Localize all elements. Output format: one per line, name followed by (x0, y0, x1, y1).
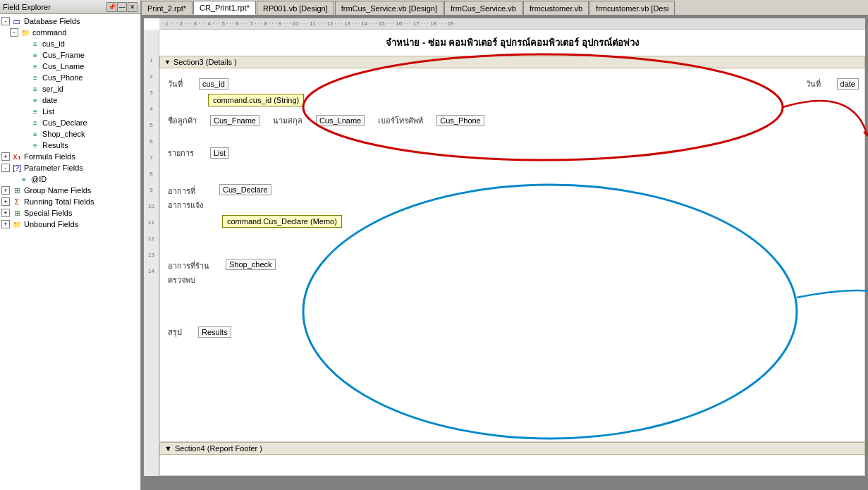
data-results[interactable]: Results (198, 326, 231, 338)
section4-body (159, 455, 865, 476)
tree-item-ser-id[interactable]: ≡ ser_id (0, 83, 140, 94)
tree-label-at-id: @ID (31, 175, 47, 183)
report-title-area: จำหน่าย - ซ่อม คอมพิวเตอร์ อุปกรณ์คอมพิว… (159, 30, 865, 56)
tab-frmcustomer[interactable]: frmcustomer.vb (523, 1, 589, 15)
data-cus-fname[interactable]: Cus_Fname (210, 115, 259, 126)
tree-expand-unbound[interactable]: + (1, 220, 10, 228)
tree-item-running-total-fields[interactable]: + Σ Running Total Fields (0, 196, 140, 207)
field-icon-cus-phone: ≡ (30, 73, 41, 82)
tree-label-ser-id: ser_id (42, 85, 63, 93)
tree-item-formula-fields[interactable]: + x₁ Formula Fields (0, 151, 140, 162)
row-customer-info: ชื่อลูกค้า Cus_Fname นามสกุล Cus_Lname เ… (166, 109, 859, 132)
tree-item-list[interactable]: ≡ List (0, 106, 140, 117)
field-icon-cus-lname: ≡ (30, 61, 41, 71)
tree-item-results[interactable]: ≡ Results (0, 140, 140, 151)
panel-close-button[interactable]: ✕ (128, 2, 137, 12)
tab-rp001[interactable]: RP001.vb [Design] (257, 1, 334, 15)
tree-label-cus-id: cus_id (42, 39, 65, 48)
tree-item-database-fields[interactable]: - 🗃 Database Fields (0, 16, 140, 27)
tree-label-formula: Formula Fields (24, 152, 75, 161)
tree-item-at-id[interactable]: ≡ @ID (0, 173, 140, 185)
data-shop-check[interactable]: Shop_check (226, 259, 276, 270)
report-title: จำหน่าย - ซ่อม คอมพิวเตอร์ อุปกรณ์คอมพิว… (159, 30, 865, 56)
tree-label-cus-fname: Cus_Fname (42, 51, 85, 59)
section3-container: 1 2 3 4 5 6 7 8 9 10 11 12 13 14 (144, 56, 865, 476)
group-icon: ⊞ (11, 185, 23, 195)
tab-frmcustomer-desi[interactable]: frmcustomer.vb [Desi (589, 1, 675, 15)
tree-label-unbound: Unbound Fields (24, 220, 78, 228)
tree-item-date[interactable]: ≡ date (0, 94, 140, 106)
tab-frmcus-service[interactable]: frmCus_Service.vb (444, 1, 522, 15)
field-icon-cus-declare: ≡ (30, 118, 41, 128)
special-icon: ⊞ (11, 208, 23, 218)
tree-item-parameter-fields[interactable]: - [?] Parameter Fields (0, 162, 140, 173)
section3-content: วันที่ cus_id วันที่ date command.cus_id… (159, 68, 865, 442)
tree-expand-group[interactable]: + (1, 186, 10, 195)
panel-title: Field Explorer (3, 3, 51, 11)
label-wantee1: วันที่ (166, 77, 185, 91)
tree-item-cus-lname[interactable]: ≡ Cus_Lname (0, 61, 140, 72)
tree-label-cus-declare: Cus_Declare (42, 118, 87, 127)
formula-icon: x₁ (11, 152, 23, 161)
tree-label-shop-check: Shop_check (42, 130, 85, 138)
field-tree: - 🗃 Database Fields - 📁 command ≡ cus_id… (0, 14, 140, 490)
tree-expand-running[interactable]: + (1, 197, 10, 206)
label-beur-thorasap: เบอร์โทรศัพท์ (376, 114, 425, 128)
tree-expand-database[interactable]: - (1, 17, 10, 25)
designer-area: · 1 · · · 2 · · · 3 · · · 4 · · · 5 · · … (141, 16, 868, 490)
tooltip-cus-declare: command.Cus_Declare (Memo) (222, 215, 859, 228)
tree-item-shop-check[interactable]: ≡ Shop_check (0, 128, 140, 140)
tree-item-cus-id[interactable]: ≡ cus_id (0, 38, 140, 49)
field-icon-date: ≡ (30, 95, 41, 105)
tab-frmcus-service-design[interactable]: frmCus_Service.vb [Design] (335, 1, 444, 15)
tree-item-cus-fname[interactable]: ≡ Cus_Fname (0, 49, 140, 61)
ruler-vertical-s3: 1 2 3 4 5 6 7 8 9 10 11 12 13 14 (144, 56, 159, 476)
unbound-icon: 📁 (11, 219, 23, 229)
tree-item-special-fields[interactable]: + ⊞ Special Fields (0, 207, 140, 219)
tree-item-cus-phone[interactable]: ≡ Cus_Phone (0, 72, 140, 83)
section4-arrow: ▼ (164, 444, 172, 453)
field-icon-shop-check: ≡ (30, 129, 41, 139)
tree-item-group-name-fields[interactable]: + ⊞ Group Name Fields (0, 185, 140, 196)
data-cus-phone[interactable]: Cus_Phone (436, 115, 484, 126)
ruler-vertical-title (144, 30, 159, 56)
row-shop-check: อาการที่ร้าน ตรวจพบ Shop_check (166, 231, 859, 290)
tooltip-cus-id: command.cus_id (String) (208, 94, 859, 106)
tree-label-group-name: Group Name Fields (24, 186, 91, 195)
parameter-icon: [?] (11, 163, 23, 173)
panel-pin-button[interactable]: 📌 (106, 2, 116, 12)
tree-item-unbound-fields[interactable]: + 📁 Unbound Fields (0, 219, 140, 230)
label-wantee2: วันที่ (804, 77, 823, 91)
section3-arrow: ▼ (164, 59, 171, 66)
label-arkan: อาการที่ อาการแจ้ง (166, 184, 205, 212)
label-chue-lukka: ชื่อลูกค้า (166, 114, 199, 128)
field-icon-at-id: ≡ (18, 174, 30, 184)
tree-label-cus-phone: Cus_Phone (42, 73, 83, 82)
data-cus-id[interactable]: cus_id (199, 78, 228, 90)
tree-expand-special[interactable]: + (1, 209, 10, 217)
section4-header[interactable]: ▼ Section4 (Report Footer ) (159, 442, 865, 455)
report-title-row: จำหน่าย - ซ่อม คอมพิวเตอร์ อุปกรณ์คอมพิว… (144, 30, 865, 56)
database-icon: 🗃 (11, 16, 23, 26)
tree-label-parameter: Parameter Fields (24, 164, 83, 172)
panel-header-buttons: 📌 — ✕ (106, 2, 137, 12)
tree-expand-command[interactable]: - (10, 28, 18, 37)
data-list[interactable]: List (210, 147, 229, 159)
field-icon-list: ≡ (30, 106, 41, 116)
data-cus-declare[interactable]: Cus_Declare (219, 184, 271, 195)
tree-item-cus-declare[interactable]: ≡ Cus_Declare (0, 117, 140, 128)
tree-label-date: date (42, 96, 57, 104)
tree-item-command[interactable]: - 📁 command (0, 27, 140, 38)
tab-crprint1[interactable]: CR_Print1.rpt* (193, 1, 256, 15)
field-explorer-panel: Field Explorer 📌 — ✕ - 🗃 Database Fields… (0, 0, 141, 490)
tab-print2[interactable]: Print_2.rpt* (141, 1, 192, 15)
label-raikan: รายการ (166, 146, 196, 160)
data-date[interactable]: date (837, 78, 859, 90)
tree-label-results: Results (42, 141, 68, 149)
section3-header[interactable]: ▼ Section3 (Details ) (159, 56, 865, 68)
data-cus-lname[interactable]: Cus_Lname (316, 115, 365, 126)
panel-minimize-button[interactable]: — (117, 2, 127, 12)
tree-expand-parameter[interactable]: - (1, 164, 10, 172)
row-cusid: วันที่ cus_id วันที่ date (166, 71, 859, 94)
tree-expand-formula[interactable]: + (1, 152, 10, 161)
